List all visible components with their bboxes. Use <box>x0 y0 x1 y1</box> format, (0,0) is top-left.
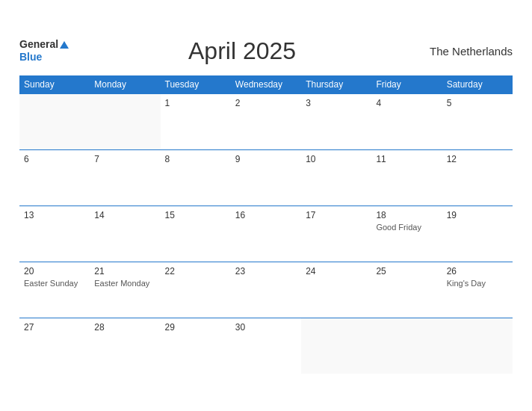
calendar-page: General Blue April 2025 The Netherlands … <box>4 25 528 386</box>
logo-general-text: General <box>19 39 58 50</box>
day-number: 7 <box>94 154 155 164</box>
day-number: 6 <box>24 154 85 164</box>
logo: General Blue <box>19 39 69 64</box>
day-cell: 26King's Day <box>442 262 513 318</box>
day-cell: 28 <box>90 318 160 374</box>
calendar-table: Sunday Monday Tuesday Wednesday Thursday… <box>19 75 513 374</box>
col-friday: Friday <box>371 75 442 94</box>
day-cell: 16 <box>231 206 301 262</box>
day-number: 19 <box>447 210 508 220</box>
day-number: 26 <box>447 266 508 276</box>
day-cell: 25 <box>371 262 442 318</box>
day-cell: 11 <box>371 149 442 206</box>
logo-blue-text: Blue <box>19 51 42 63</box>
day-number: 18 <box>376 210 437 220</box>
day-event: Easter Monday <box>94 279 155 288</box>
week-row-1: 6789101112 <box>19 149 513 206</box>
day-cell: 29 <box>161 318 231 374</box>
logo-triangle-icon <box>60 41 69 49</box>
day-cell: 13 <box>19 206 90 262</box>
day-number: 16 <box>235 210 297 220</box>
day-number: 30 <box>235 322 297 333</box>
col-monday: Monday <box>90 75 160 94</box>
day-number: 2 <box>235 98 297 108</box>
day-cell: 19 <box>442 206 513 262</box>
week-row-0: 12345 <box>19 93 513 149</box>
day-cell: 8 <box>161 149 231 206</box>
day-cell: 22 <box>161 262 231 318</box>
day-number: 29 <box>165 322 226 333</box>
weekday-header-row: Sunday Monday Tuesday Wednesday Thursday… <box>19 75 513 94</box>
col-tuesday: Tuesday <box>161 75 231 94</box>
day-cell: 1 <box>161 93 231 149</box>
day-event: Easter Sunday <box>24 279 85 288</box>
day-number: 12 <box>447 154 508 164</box>
day-cell: 7 <box>90 149 160 206</box>
day-number: 25 <box>376 266 437 276</box>
day-cell: 3 <box>301 93 371 149</box>
col-thursday: Thursday <box>301 75 371 94</box>
day-cell <box>442 318 513 374</box>
day-cell: 18Good Friday <box>371 206 442 262</box>
page-title: April 2025 <box>69 37 415 65</box>
day-number: 27 <box>24 322 85 333</box>
day-cell: 2 <box>231 93 301 149</box>
day-cell: 6 <box>19 149 90 206</box>
week-row-4: 27282930 <box>19 318 513 374</box>
day-cell: 10 <box>301 149 371 206</box>
col-sunday: Sunday <box>19 75 90 94</box>
week-row-2: 131415161718Good Friday19 <box>19 206 513 262</box>
day-cell: 4 <box>371 93 442 149</box>
country-label: The Netherlands <box>415 45 513 58</box>
day-cell <box>371 318 442 374</box>
day-cell <box>301 318 371 374</box>
day-cell: 24 <box>301 262 371 318</box>
day-number: 22 <box>165 266 226 276</box>
day-event: Good Friday <box>376 223 437 232</box>
day-cell: 12 <box>442 149 513 206</box>
day-cell: 17 <box>301 206 371 262</box>
day-cell: 27 <box>19 318 90 374</box>
day-number: 13 <box>24 210 85 220</box>
day-number: 15 <box>165 210 226 220</box>
day-number: 3 <box>306 98 367 108</box>
day-cell: 5 <box>442 93 513 149</box>
day-event: King's Day <box>447 279 508 288</box>
day-cell <box>19 93 90 149</box>
col-saturday: Saturday <box>442 75 513 94</box>
day-cell: 23 <box>231 262 301 318</box>
day-cell: 14 <box>90 206 160 262</box>
day-number: 5 <box>447 98 508 108</box>
day-cell: 9 <box>231 149 301 206</box>
day-number: 11 <box>376 154 437 164</box>
day-number: 17 <box>306 210 367 220</box>
col-wednesday: Wednesday <box>231 75 301 94</box>
page-header: General Blue April 2025 The Netherlands <box>19 37 513 65</box>
day-number: 4 <box>376 98 437 108</box>
day-cell: 20Easter Sunday <box>19 262 90 318</box>
day-number: 14 <box>94 210 155 220</box>
day-number: 1 <box>165 98 226 108</box>
day-cell: 30 <box>231 318 301 374</box>
day-number: 20 <box>24 266 85 276</box>
day-number: 23 <box>235 266 297 276</box>
day-cell: 15 <box>161 206 231 262</box>
day-number: 8 <box>165 154 226 164</box>
day-number: 10 <box>306 154 367 164</box>
day-cell: 21Easter Monday <box>90 262 160 318</box>
day-number: 21 <box>94 266 155 276</box>
day-number: 24 <box>306 266 367 276</box>
week-row-3: 20Easter Sunday21Easter Monday2223242526… <box>19 262 513 318</box>
day-number: 28 <box>94 322 155 333</box>
day-number: 9 <box>235 154 297 164</box>
day-cell <box>90 93 160 149</box>
